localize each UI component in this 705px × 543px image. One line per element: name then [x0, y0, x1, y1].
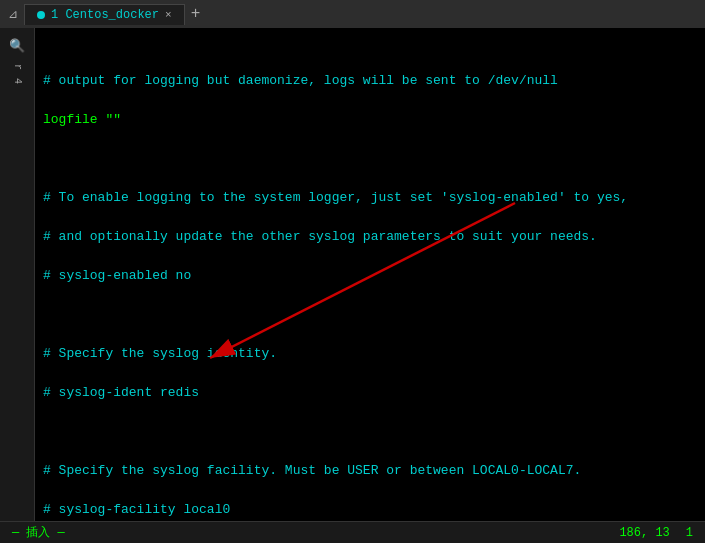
- line-2: logfile "": [43, 110, 697, 130]
- line-9: # syslog-ident redis: [43, 383, 697, 403]
- line-6: # syslog-enabled no: [43, 266, 697, 286]
- line-3: [43, 149, 697, 169]
- pin-icon: ⊿: [8, 7, 18, 22]
- insert-mode-label: — 插入 —: [12, 524, 65, 541]
- code-line: # Specify the syslog identity.: [43, 344, 277, 364]
- line-5: # and optionally update the other syslog…: [43, 227, 697, 247]
- sidebar: 🔍 r 4: [0, 28, 35, 521]
- statusbar: — 插入 — 186, 13 1: [0, 521, 705, 543]
- line-1: # output for logging but daemonize, logs…: [43, 71, 697, 91]
- line-8: # Specify the syslog identity.: [43, 344, 697, 364]
- tab-close-icon[interactable]: ×: [165, 9, 172, 21]
- code-line: # and optionally update the other syslog…: [43, 227, 597, 247]
- cursor-position: 186, 13: [619, 526, 669, 540]
- sidebar-label-4: 4: [12, 78, 23, 84]
- code-line: # Specify the syslog facility. Must be U…: [43, 461, 581, 481]
- active-tab[interactable]: 1 Centos_docker ×: [24, 4, 185, 25]
- code-line: # syslog-enabled no: [43, 266, 191, 286]
- line-11: # Specify the syslog facility. Must be U…: [43, 461, 697, 481]
- line-4: # To enable logging to the system logger…: [43, 188, 697, 208]
- code-line: # To enable logging to the system logger…: [43, 188, 628, 208]
- cursor-col: 1: [686, 526, 693, 540]
- statusbar-right: 186, 13 1: [619, 526, 693, 540]
- line-12: # syslog-facility local0: [43, 500, 697, 520]
- tab-add-button[interactable]: +: [191, 5, 201, 23]
- code-line: # syslog-facility local0: [43, 500, 230, 520]
- code-content: # output for logging but daemonize, logs…: [35, 28, 705, 521]
- code-line: # syslog-ident redis: [43, 383, 199, 403]
- line-7: [43, 305, 697, 325]
- tab-dot: [37, 11, 45, 19]
- tab-label: 1 Centos_docker: [51, 8, 159, 22]
- sidebar-label-r: r: [12, 64, 23, 70]
- search-icon[interactable]: 🔍: [7, 36, 27, 56]
- code-line: logfile "": [43, 110, 121, 130]
- titlebar: ⊿ 1 Centos_docker × +: [0, 0, 705, 28]
- editor-area[interactable]: # output for logging but daemonize, logs…: [35, 28, 705, 521]
- line-10: [43, 422, 697, 442]
- code-line: # output for logging but daemonize, logs…: [43, 71, 558, 91]
- main-layout: 🔍 r 4 # output for logging but daemonize…: [0, 28, 705, 521]
- statusbar-left: — 插入 —: [12, 524, 65, 541]
